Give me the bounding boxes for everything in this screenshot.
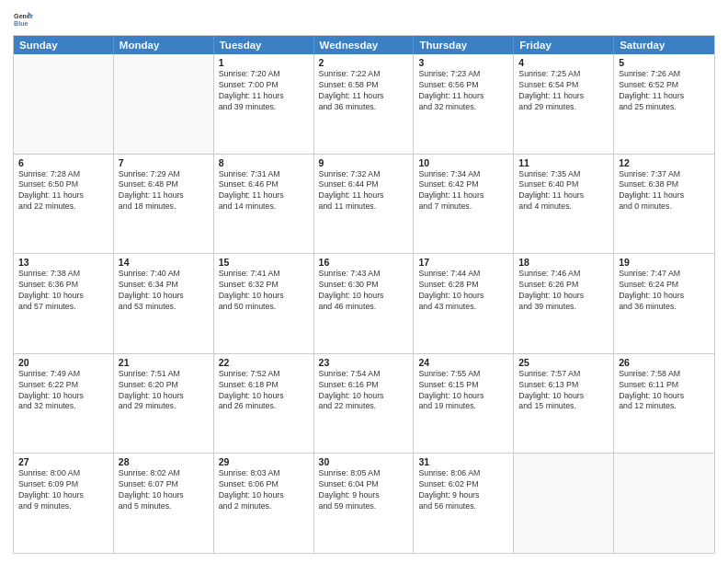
day-info: Sunrise: 7:26 AM Sunset: 6:52 PM Dayligh… — [619, 69, 710, 113]
calendar: SundayMondayTuesdayWednesdayThursdayFrid… — [13, 35, 715, 554]
day-number: 11 — [518, 157, 609, 168]
day-cell-14: 14Sunrise: 7:40 AM Sunset: 6:34 PM Dayli… — [114, 254, 214, 353]
calendar-row-2: 6Sunrise: 7:28 AM Sunset: 6:50 PM Daylig… — [14, 154, 714, 254]
day-number: 23 — [319, 357, 409, 368]
day-cell-27: 27Sunrise: 8:00 AM Sunset: 6:09 PM Dayli… — [14, 454, 114, 553]
day-number: 27 — [18, 456, 108, 467]
calendar-row-1: 1Sunrise: 7:20 AM Sunset: 7:00 PM Daylig… — [14, 54, 714, 154]
day-number: 24 — [418, 357, 508, 368]
day-cell-2: 2Sunrise: 7:22 AM Sunset: 6:58 PM Daylig… — [314, 54, 415, 154]
empty-cell — [114, 54, 214, 154]
svg-text:Blue: Blue — [14, 20, 28, 28]
day-info: Sunrise: 8:03 AM Sunset: 6:06 PM Dayligh… — [219, 468, 309, 512]
day-number: 29 — [219, 456, 309, 467]
day-cell-3: 3Sunrise: 7:23 AM Sunset: 6:56 PM Daylig… — [414, 54, 514, 154]
day-number: 10 — [418, 157, 508, 168]
day-cell-13: 13Sunrise: 7:38 AM Sunset: 6:36 PM Dayli… — [14, 254, 114, 353]
day-cell-12: 12Sunrise: 7:37 AM Sunset: 6:38 PM Dayli… — [614, 155, 714, 254]
day-cell-29: 29Sunrise: 8:03 AM Sunset: 6:06 PM Dayli… — [214, 454, 314, 553]
day-number: 16 — [319, 257, 409, 268]
calendar-row-4: 20Sunrise: 7:49 AM Sunset: 6:22 PM Dayli… — [14, 353, 714, 454]
day-info: Sunrise: 8:02 AM Sunset: 6:07 PM Dayligh… — [119, 468, 209, 512]
day-number: 15 — [219, 257, 309, 268]
day-number: 31 — [418, 456, 508, 467]
day-number: 4 — [518, 57, 609, 68]
day-number: 19 — [619, 257, 710, 268]
day-info: Sunrise: 7:47 AM Sunset: 6:24 PM Dayligh… — [619, 269, 710, 313]
calendar-body: 1Sunrise: 7:20 AM Sunset: 7:00 PM Daylig… — [14, 54, 714, 553]
day-info: Sunrise: 7:34 AM Sunset: 6:42 PM Dayligh… — [418, 169, 508, 213]
day-info: Sunrise: 8:00 AM Sunset: 6:09 PM Dayligh… — [18, 468, 108, 512]
day-cell-6: 6Sunrise: 7:28 AM Sunset: 6:50 PM Daylig… — [14, 155, 114, 254]
page-header: General Blue — [13, 9, 715, 29]
day-info: Sunrise: 7:55 AM Sunset: 6:15 PM Dayligh… — [418, 369, 508, 413]
day-info: Sunrise: 7:23 AM Sunset: 6:56 PM Dayligh… — [418, 69, 508, 113]
empty-cell — [614, 454, 714, 553]
day-info: Sunrise: 8:05 AM Sunset: 6:04 PM Dayligh… — [319, 468, 409, 512]
logo-icon: General Blue — [13, 9, 33, 29]
day-info: Sunrise: 7:35 AM Sunset: 6:40 PM Dayligh… — [518, 169, 609, 213]
day-info: Sunrise: 7:25 AM Sunset: 6:54 PM Dayligh… — [518, 69, 609, 113]
day-number: 1 — [219, 57, 309, 68]
empty-cell — [514, 454, 614, 553]
day-number: 13 — [18, 257, 108, 268]
calendar-row-3: 13Sunrise: 7:38 AM Sunset: 6:36 PM Dayli… — [14, 253, 714, 353]
day-info: Sunrise: 7:58 AM Sunset: 6:11 PM Dayligh… — [619, 369, 710, 413]
day-number: 5 — [619, 57, 710, 68]
logo: General Blue — [13, 9, 26, 29]
day-info: Sunrise: 7:51 AM Sunset: 6:20 PM Dayligh… — [119, 369, 209, 413]
day-number: 2 — [319, 57, 409, 68]
day-cell-9: 9Sunrise: 7:32 AM Sunset: 6:44 PM Daylig… — [314, 155, 415, 254]
day-number: 12 — [619, 157, 710, 168]
day-cell-19: 19Sunrise: 7:47 AM Sunset: 6:24 PM Dayli… — [614, 254, 714, 353]
day-number: 6 — [18, 157, 108, 168]
day-number: 7 — [119, 157, 209, 168]
day-number: 21 — [119, 357, 209, 368]
day-number: 17 — [418, 257, 508, 268]
day-info: Sunrise: 7:57 AM Sunset: 6:13 PM Dayligh… — [518, 369, 609, 413]
day-cell-30: 30Sunrise: 8:05 AM Sunset: 6:04 PM Dayli… — [314, 454, 415, 553]
day-info: Sunrise: 7:28 AM Sunset: 6:50 PM Dayligh… — [18, 169, 108, 213]
day-info: Sunrise: 7:43 AM Sunset: 6:30 PM Dayligh… — [319, 269, 409, 313]
day-info: Sunrise: 7:44 AM Sunset: 6:28 PM Dayligh… — [418, 269, 508, 313]
day-cell-23: 23Sunrise: 7:54 AM Sunset: 6:16 PM Dayli… — [314, 354, 415, 454]
day-cell-21: 21Sunrise: 7:51 AM Sunset: 6:20 PM Dayli… — [114, 354, 214, 454]
day-cell-7: 7Sunrise: 7:29 AM Sunset: 6:48 PM Daylig… — [114, 155, 214, 254]
day-cell-5: 5Sunrise: 7:26 AM Sunset: 6:52 PM Daylig… — [614, 54, 714, 154]
day-cell-22: 22Sunrise: 7:52 AM Sunset: 6:18 PM Dayli… — [214, 354, 314, 454]
day-number: 28 — [119, 456, 209, 467]
day-info: Sunrise: 7:49 AM Sunset: 6:22 PM Dayligh… — [18, 369, 108, 413]
weekday-header-monday: Monday — [114, 36, 214, 54]
day-cell-31: 31Sunrise: 8:06 AM Sunset: 6:02 PM Dayli… — [414, 454, 514, 553]
day-info: Sunrise: 7:22 AM Sunset: 6:58 PM Dayligh… — [319, 69, 409, 113]
weekday-header-wednesday: Wednesday — [314, 36, 415, 54]
day-info: Sunrise: 7:52 AM Sunset: 6:18 PM Dayligh… — [219, 369, 309, 413]
weekday-header-tuesday: Tuesday — [214, 36, 314, 54]
day-info: Sunrise: 7:54 AM Sunset: 6:16 PM Dayligh… — [319, 369, 409, 413]
day-info: Sunrise: 7:20 AM Sunset: 7:00 PM Dayligh… — [219, 69, 309, 113]
day-cell-15: 15Sunrise: 7:41 AM Sunset: 6:32 PM Dayli… — [214, 254, 314, 353]
day-number: 9 — [319, 157, 409, 168]
day-info: Sunrise: 7:46 AM Sunset: 6:26 PM Dayligh… — [518, 269, 609, 313]
day-cell-4: 4Sunrise: 7:25 AM Sunset: 6:54 PM Daylig… — [514, 54, 614, 154]
empty-cell — [14, 54, 114, 154]
weekday-header-friday: Friday — [514, 36, 614, 54]
day-info: Sunrise: 7:40 AM Sunset: 6:34 PM Dayligh… — [119, 269, 209, 313]
day-number: 22 — [219, 357, 309, 368]
day-cell-26: 26Sunrise: 7:58 AM Sunset: 6:11 PM Dayli… — [614, 354, 714, 454]
day-info: Sunrise: 8:06 AM Sunset: 6:02 PM Dayligh… — [418, 468, 508, 512]
day-number: 18 — [518, 257, 609, 268]
day-cell-24: 24Sunrise: 7:55 AM Sunset: 6:15 PM Dayli… — [414, 354, 514, 454]
day-info: Sunrise: 7:37 AM Sunset: 6:38 PM Dayligh… — [619, 169, 710, 213]
day-info: Sunrise: 7:32 AM Sunset: 6:44 PM Dayligh… — [319, 169, 409, 213]
day-cell-1: 1Sunrise: 7:20 AM Sunset: 7:00 PM Daylig… — [214, 54, 314, 154]
day-cell-17: 17Sunrise: 7:44 AM Sunset: 6:28 PM Dayli… — [414, 254, 514, 353]
day-info: Sunrise: 7:29 AM Sunset: 6:48 PM Dayligh… — [119, 169, 209, 213]
day-cell-11: 11Sunrise: 7:35 AM Sunset: 6:40 PM Dayli… — [514, 155, 614, 254]
day-number: 3 — [418, 57, 508, 68]
calendar-header: SundayMondayTuesdayWednesdayThursdayFrid… — [14, 36, 714, 54]
weekday-header-sunday: Sunday — [14, 36, 114, 54]
day-cell-28: 28Sunrise: 8:02 AM Sunset: 6:07 PM Dayli… — [114, 454, 214, 553]
day-info: Sunrise: 7:31 AM Sunset: 6:46 PM Dayligh… — [219, 169, 309, 213]
day-number: 14 — [119, 257, 209, 268]
